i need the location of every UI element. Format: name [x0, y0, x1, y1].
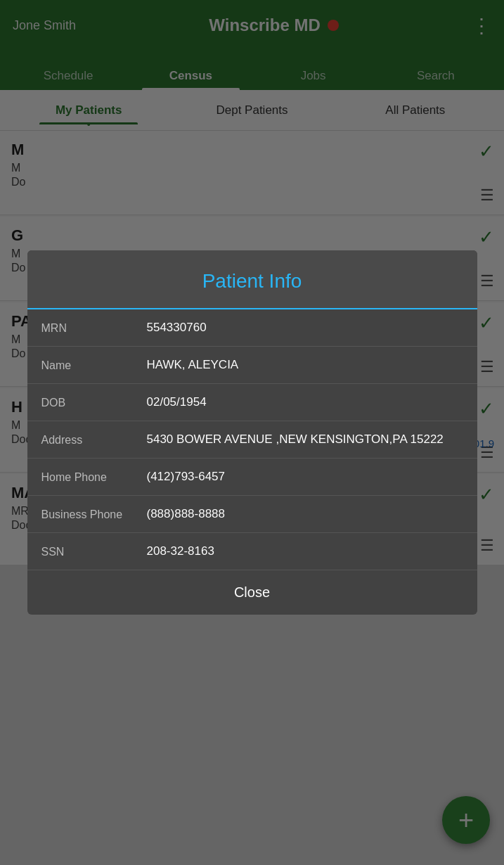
value-mrn: 554330760 [147, 321, 463, 335]
modal-overlay: Patient Info MRN 554330760 Name HAWK, AL… [0, 0, 504, 865]
info-row-address: Address 5430 BOWER AVENUE ,NEW KENSINGTO… [27, 421, 477, 459]
value-address: 5430 BOWER AVENUE ,NEW KENSINGTON,PA 152… [147, 432, 463, 447]
modal-footer: Close [27, 570, 477, 615]
modal-body: MRN 554330760 Name HAWK, ALEYCIA DOB 02/… [27, 309, 477, 570]
label-home-phone: Home Phone [41, 470, 147, 484]
modal-title: Patient Info [41, 270, 463, 293]
modal-header: Patient Info [27, 250, 477, 309]
label-business-phone: Business Phone [41, 507, 147, 521]
patient-info-modal: Patient Info MRN 554330760 Name HAWK, AL… [27, 250, 477, 615]
label-address: Address [41, 432, 147, 447]
value-home-phone: (412)793-6457 [147, 470, 463, 484]
info-row-dob: DOB 02/05/1954 [27, 384, 477, 421]
close-button[interactable]: Close [234, 584, 270, 601]
label-name: Name [41, 358, 147, 372]
value-business-phone: (888)888-8888 [147, 507, 463, 521]
value-name: HAWK, ALEYCIA [147, 358, 463, 372]
info-row-ssn: SSN 208-32-8163 [27, 533, 477, 570]
info-row-business-phone: Business Phone (888)888-8888 [27, 496, 477, 533]
info-row-home-phone: Home Phone (412)793-6457 [27, 459, 477, 496]
info-row-mrn: MRN 554330760 [27, 309, 477, 347]
value-dob: 02/05/1954 [147, 395, 463, 409]
label-mrn: MRN [41, 321, 147, 335]
label-dob: DOB [41, 395, 147, 409]
value-ssn: 208-32-8163 [147, 544, 463, 558]
label-ssn: SSN [41, 544, 147, 558]
info-row-name: Name HAWK, ALEYCIA [27, 347, 477, 384]
